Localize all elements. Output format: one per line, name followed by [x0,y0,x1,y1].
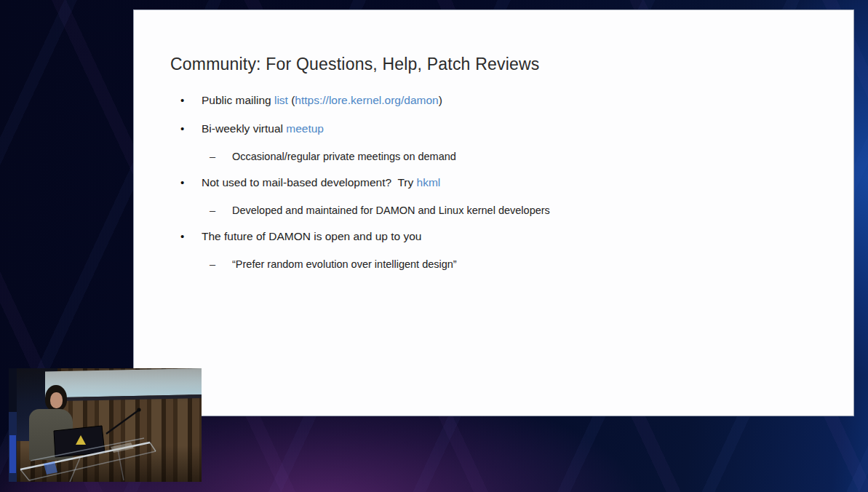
speaker-video-inset [9,368,202,482]
bullet-text: Bi-weekly virtual meetup [202,121,324,137]
slide-link: hkml [417,176,441,189]
slide-title: Community: For Questions, Help, Patch Re… [170,53,540,75]
bullet-dash-icon: – [210,257,232,272]
bullet-dot-icon: • [180,92,202,108]
sub-bullet-item: –Occasional/regular private meetings on … [210,149,839,164]
video-frame: Community: For Questions, Help, Patch Re… [0,0,868,492]
bullet-list: •Public mailing list (https://lore.kerne… [134,92,839,282]
slide-text-segment: Not used to mail-based development? Try [202,176,417,189]
sub-bullet-item: –Developed and maintained for DAMON and … [210,203,839,218]
slide-text-segment: ) [439,94,442,106]
slide-text-segment: The future of DAMON is open and up to yo… [202,230,421,242]
slide-link: list [274,94,288,106]
bullet-item: •Public mailing list (https://lore.kerne… [180,92,839,108]
bullet-text: Not used to mail-based development? Try … [202,175,440,191]
slide-link: https://lore.kernel.org/damon [295,94,438,106]
slide-text-segment: Developed and maintained for DAMON and L… [232,205,550,216]
bullet-dot-icon: • [180,175,202,191]
bullet-item: •The future of DAMON is open and up to y… [180,229,839,245]
podium-scene [9,368,202,482]
bullet-item: •Not used to mail-based development? Try… [180,175,839,191]
microphone [106,410,138,434]
bullet-dot-icon: • [180,121,202,137]
sub-bullet-item: –“Prefer random evolution over intellige… [210,257,839,272]
bullet-dash-icon: – [210,203,232,218]
slide-text-segment: Public mailing [202,94,274,106]
slide-text-segment: Bi-weekly virtual [202,122,286,135]
slide-text-segment: Occasional/regular private meetings on d… [232,151,456,162]
bullet-text: Public mailing list (https://lore.kernel… [202,92,442,108]
presentation-slide: Community: For Questions, Help, Patch Re… [133,9,854,416]
bullet-item: •Bi-weekly virtual meetup [180,121,839,137]
slide-text-segment: “Prefer random evolution over intelligen… [232,258,457,270]
podium-reflection [44,461,57,475]
slide-text-segment: ( [288,94,295,106]
slide-link: meetup [286,122,324,135]
stage-light [9,435,16,473]
bullet-text: “Prefer random evolution over intelligen… [232,257,457,272]
bullet-text: The future of DAMON is open and up to yo… [202,229,421,245]
bullet-dot-icon: • [180,229,202,245]
microphone-head [137,408,140,411]
bullet-text: Occasional/regular private meetings on d… [232,149,456,164]
bullet-text: Developed and maintained for DAMON and L… [232,203,550,218]
bullet-dash-icon: – [210,149,232,164]
